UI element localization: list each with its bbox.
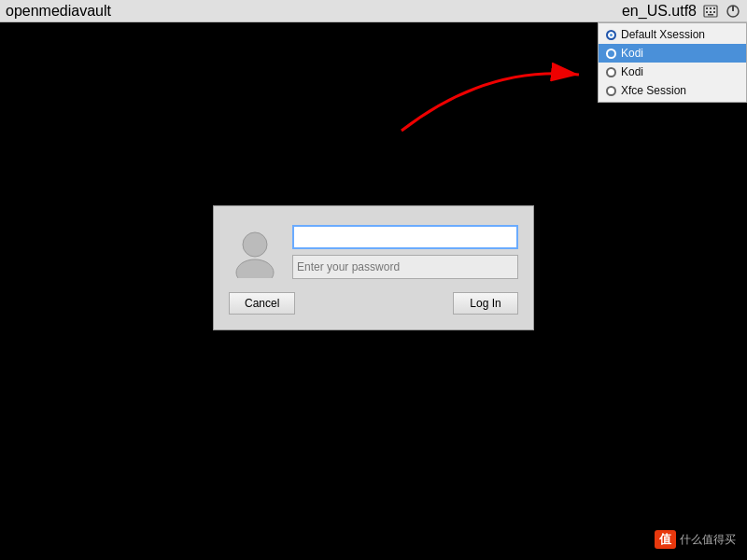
svg-rect-5 — [710, 11, 712, 13]
session-item-default[interactable]: Default Xsession — [599, 25, 746, 44]
radio-kodi — [606, 67, 616, 77]
dialog-buttons: Cancel Log In — [229, 292, 518, 315]
locale-label: en_US.utf8 — [622, 3, 697, 20]
login-dialog: Cancel Log In — [213, 205, 534, 330]
login-button[interactable]: Log In — [453, 292, 518, 315]
arrow-indicator — [392, 56, 598, 153]
watermark-text: 什么值得买 — [680, 532, 736, 548]
user-avatar — [229, 226, 281, 278]
session-kodi-highlight-label: Kodi — [621, 47, 643, 60]
svg-point-12 — [236, 259, 274, 278]
username-input[interactable] — [292, 225, 518, 249]
power-icon[interactable] — [725, 3, 741, 20]
cancel-button[interactable]: Cancel — [229, 292, 295, 315]
session-item-xfce[interactable]: Xfce Session — [599, 81, 746, 100]
password-input[interactable] — [292, 255, 518, 279]
svg-rect-4 — [706, 11, 708, 13]
session-dropdown: Default Xsession Kodi Kodi Xfce Session — [598, 22, 747, 103]
radio-default — [606, 30, 616, 40]
radio-kodi-highlight — [606, 49, 616, 59]
watermark-badge: 值 — [655, 530, 676, 549]
session-item-kodi[interactable]: Kodi — [599, 63, 746, 81]
radio-xfce — [606, 86, 616, 96]
keyboard-icon[interactable] — [702, 3, 719, 20]
session-item-kodi-highlight[interactable]: Kodi — [599, 44, 746, 63]
session-xfce-label: Xfce Session — [621, 84, 686, 97]
session-default-label: Default Xsession — [621, 28, 705, 41]
svg-rect-6 — [713, 11, 715, 13]
svg-point-11 — [243, 232, 267, 257]
session-kodi-label: Kodi — [621, 65, 643, 78]
svg-rect-2 — [710, 7, 712, 9]
svg-rect-1 — [706, 7, 708, 9]
app-title: openmediavault — [6, 3, 111, 20]
dialog-top — [229, 225, 518, 279]
svg-rect-7 — [708, 14, 713, 16]
svg-rect-3 — [713, 7, 715, 9]
topbar: openmediavault en_US.utf8 — [0, 0, 747, 22]
watermark: 值 什么值得买 — [655, 530, 736, 549]
dialog-inputs — [292, 225, 518, 279]
topbar-right: en_US.utf8 — [622, 3, 741, 20]
